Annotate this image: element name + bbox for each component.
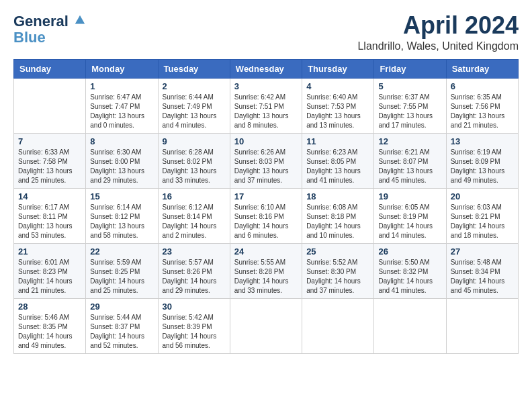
day-number: 26: [378, 246, 441, 257]
calendar-cell: 29Sunrise: 5:44 AMSunset: 8:37 PMDayligh…: [86, 299, 158, 354]
logo-icon: [74, 14, 86, 26]
day-info: Sunrise: 6:14 AMSunset: 8:12 PMDaylight:…: [90, 203, 153, 240]
calendar-cell: 17Sunrise: 6:10 AMSunset: 8:16 PMDayligh…: [230, 189, 302, 244]
day-info: Sunrise: 5:46 AMSunset: 8:35 PMDaylight:…: [18, 313, 81, 351]
calendar-cell: 23Sunrise: 5:57 AMSunset: 8:26 PMDayligh…: [158, 244, 230, 299]
header-thursday: Thursday: [302, 60, 374, 79]
header-friday: Friday: [374, 60, 446, 79]
calendar-cell: 6Sunrise: 6:35 AMSunset: 7:56 PMDaylight…: [446, 79, 518, 134]
calendar-cell: 4Sunrise: 6:40 AMSunset: 7:53 PMDaylight…: [302, 79, 374, 134]
day-number: 16: [163, 191, 226, 201]
calendar-cell: 30Sunrise: 5:42 AMSunset: 8:39 PMDayligh…: [158, 299, 230, 354]
calendar-cell: 18Sunrise: 6:08 AMSunset: 8:18 PMDayligh…: [302, 189, 374, 244]
calendar-cell: [446, 299, 518, 354]
day-info: Sunrise: 6:47 AMSunset: 7:47 PMDaylight:…: [90, 93, 153, 130]
day-info: Sunrise: 6:33 AMSunset: 7:58 PMDaylight:…: [18, 148, 81, 185]
day-number: 24: [234, 246, 298, 257]
title-section: April 2024 Llandrillo, Wales, United Kin…: [357, 13, 519, 52]
day-number: 21: [18, 246, 81, 257]
calendar-cell: 7Sunrise: 6:33 AMSunset: 7:58 PMDaylight…: [14, 134, 86, 189]
calendar-cell: [374, 299, 446, 354]
calendar-cell: 1Sunrise: 6:47 AMSunset: 7:47 PMDaylight…: [86, 79, 158, 134]
day-info: Sunrise: 6:40 AMSunset: 7:53 PMDaylight:…: [306, 93, 369, 130]
day-number: 18: [306, 191, 369, 201]
calendar-cell: 12Sunrise: 6:21 AMSunset: 8:07 PMDayligh…: [374, 134, 446, 189]
week-row-3: 14Sunrise: 6:17 AMSunset: 8:11 PMDayligh…: [14, 189, 519, 244]
day-info: Sunrise: 6:26 AMSunset: 8:03 PMDaylight:…: [234, 148, 298, 185]
calendar-cell: 21Sunrise: 6:01 AMSunset: 8:23 PMDayligh…: [14, 244, 86, 299]
day-info: Sunrise: 6:30 AMSunset: 8:00 PMDaylight:…: [90, 148, 153, 185]
logo-text: GeneralGeneral: [13, 13, 86, 30]
day-number: 11: [306, 136, 369, 146]
month-title: April 2024: [357, 13, 519, 38]
header-saturday: Saturday: [446, 60, 518, 79]
logo: GeneralGeneral Blue: [13, 13, 86, 46]
day-number: 12: [378, 136, 441, 146]
day-info: Sunrise: 6:03 AMSunset: 8:21 PMDaylight:…: [451, 203, 514, 240]
day-info: Sunrise: 6:44 AMSunset: 7:49 PMDaylight:…: [163, 93, 226, 130]
day-number: 27: [451, 246, 514, 257]
calendar-cell: 16Sunrise: 6:12 AMSunset: 8:14 PMDayligh…: [158, 189, 230, 244]
header-row: SundayMondayTuesdayWednesdayThursdayFrid…: [14, 60, 519, 79]
header-wednesday: Wednesday: [230, 60, 302, 79]
calendar-cell: [302, 299, 374, 354]
calendar-cell: 13Sunrise: 6:19 AMSunset: 8:09 PMDayligh…: [446, 134, 518, 189]
day-info: Sunrise: 6:10 AMSunset: 8:16 PMDaylight:…: [234, 203, 298, 240]
day-info: Sunrise: 6:21 AMSunset: 8:07 PMDaylight:…: [378, 148, 441, 185]
day-info: Sunrise: 5:44 AMSunset: 8:37 PMDaylight:…: [90, 313, 153, 351]
day-number: 17: [234, 191, 298, 201]
day-number: 20: [451, 191, 514, 201]
day-number: 8: [90, 136, 153, 146]
calendar-cell: [14, 79, 86, 134]
header-monday: Monday: [86, 60, 158, 79]
day-info: Sunrise: 5:50 AMSunset: 8:32 PMDaylight:…: [378, 258, 441, 295]
week-row-1: 1Sunrise: 6:47 AMSunset: 7:47 PMDaylight…: [14, 79, 519, 134]
calendar-cell: 2Sunrise: 6:44 AMSunset: 7:49 PMDaylight…: [158, 79, 230, 134]
day-info: Sunrise: 5:55 AMSunset: 8:28 PMDaylight:…: [234, 258, 298, 295]
week-row-5: 28Sunrise: 5:46 AMSunset: 8:35 PMDayligh…: [14, 299, 519, 354]
day-number: 23: [163, 246, 226, 257]
week-row-4: 21Sunrise: 6:01 AMSunset: 8:23 PMDayligh…: [14, 244, 519, 299]
day-info: Sunrise: 6:35 AMSunset: 7:56 PMDaylight:…: [451, 93, 514, 130]
calendar-cell: [230, 299, 302, 354]
week-row-2: 7Sunrise: 6:33 AMSunset: 7:58 PMDaylight…: [14, 134, 519, 189]
calendar-cell: 27Sunrise: 5:48 AMSunset: 8:34 PMDayligh…: [446, 244, 518, 299]
calendar-cell: 8Sunrise: 6:30 AMSunset: 8:00 PMDaylight…: [86, 134, 158, 189]
calendar-cell: 28Sunrise: 5:46 AMSunset: 8:35 PMDayligh…: [14, 299, 86, 354]
day-number: 28: [18, 302, 81, 312]
day-number: 22: [90, 246, 153, 257]
day-info: Sunrise: 6:01 AMSunset: 8:23 PMDaylight:…: [18, 258, 81, 295]
day-number: 5: [378, 81, 441, 91]
day-number: 4: [306, 81, 369, 91]
day-info: Sunrise: 5:48 AMSunset: 8:34 PMDaylight:…: [451, 258, 514, 295]
day-info: Sunrise: 6:19 AMSunset: 8:09 PMDaylight:…: [451, 148, 514, 185]
calendar-cell: 9Sunrise: 6:28 AMSunset: 8:02 PMDaylight…: [158, 134, 230, 189]
calendar-cell: 11Sunrise: 6:23 AMSunset: 8:05 PMDayligh…: [302, 134, 374, 189]
calendar-cell: 26Sunrise: 5:50 AMSunset: 8:32 PMDayligh…: [374, 244, 446, 299]
svg-marker-0: [75, 15, 85, 24]
calendar-cell: 10Sunrise: 6:26 AMSunset: 8:03 PMDayligh…: [230, 134, 302, 189]
day-number: 6: [451, 81, 514, 91]
day-number: 25: [306, 246, 369, 257]
day-info: Sunrise: 5:42 AMSunset: 8:39 PMDaylight:…: [163, 313, 226, 351]
calendar-cell: 5Sunrise: 6:37 AMSunset: 7:55 PMDaylight…: [374, 79, 446, 134]
logo-blue-text: Blue: [13, 30, 86, 46]
day-info: Sunrise: 6:05 AMSunset: 8:19 PMDaylight:…: [378, 203, 441, 240]
day-number: 14: [18, 191, 81, 201]
day-number: 2: [163, 81, 226, 91]
day-number: 7: [18, 136, 81, 146]
day-number: 29: [90, 302, 153, 312]
day-info: Sunrise: 6:28 AMSunset: 8:02 PMDaylight:…: [163, 148, 226, 185]
page-header: GeneralGeneral Blue April 2024 Llandrill…: [13, 13, 519, 52]
calendar-cell: 19Sunrise: 6:05 AMSunset: 8:19 PMDayligh…: [374, 189, 446, 244]
header-sunday: Sunday: [14, 60, 86, 79]
day-info: Sunrise: 6:12 AMSunset: 8:14 PMDaylight:…: [163, 203, 226, 240]
day-number: 9: [163, 136, 226, 146]
day-number: 10: [234, 136, 298, 146]
calendar-cell: 20Sunrise: 6:03 AMSunset: 8:21 PMDayligh…: [446, 189, 518, 244]
day-number: 3: [234, 81, 298, 91]
day-info: Sunrise: 5:57 AMSunset: 8:26 PMDaylight:…: [163, 258, 226, 295]
calendar-table: SundayMondayTuesdayWednesdayThursdayFrid…: [13, 59, 519, 354]
calendar-cell: 24Sunrise: 5:55 AMSunset: 8:28 PMDayligh…: [230, 244, 302, 299]
day-info: Sunrise: 6:37 AMSunset: 7:55 PMDaylight:…: [378, 93, 441, 130]
